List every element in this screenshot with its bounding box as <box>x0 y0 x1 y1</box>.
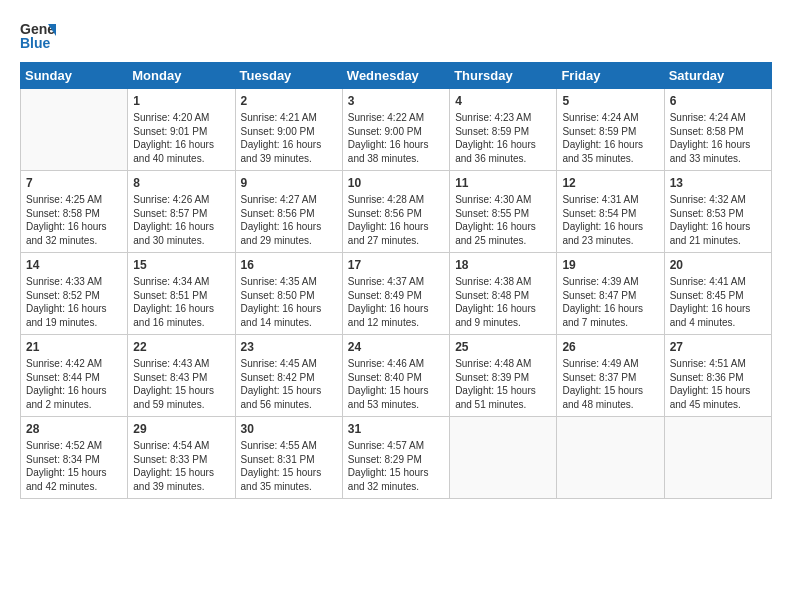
calendar-cell: 22Sunrise: 4:43 AM Sunset: 8:43 PM Dayli… <box>128 335 235 417</box>
day-number: 25 <box>455 339 551 355</box>
calendar-cell: 12Sunrise: 4:31 AM Sunset: 8:54 PM Dayli… <box>557 171 664 253</box>
day-number: 7 <box>26 175 122 191</box>
day-info: Sunrise: 4:20 AM Sunset: 9:01 PM Dayligh… <box>133 111 229 165</box>
day-number: 30 <box>241 421 337 437</box>
calendar-cell: 31Sunrise: 4:57 AM Sunset: 8:29 PM Dayli… <box>342 417 449 499</box>
calendar-week-row: 28Sunrise: 4:52 AM Sunset: 8:34 PM Dayli… <box>21 417 772 499</box>
day-info: Sunrise: 4:31 AM Sunset: 8:54 PM Dayligh… <box>562 193 658 247</box>
calendar-cell <box>450 417 557 499</box>
calendar-cell: 11Sunrise: 4:30 AM Sunset: 8:55 PM Dayli… <box>450 171 557 253</box>
day-number: 17 <box>348 257 444 273</box>
day-info: Sunrise: 4:25 AM Sunset: 8:58 PM Dayligh… <box>26 193 122 247</box>
calendar-cell: 1Sunrise: 4:20 AM Sunset: 9:01 PM Daylig… <box>128 89 235 171</box>
day-number: 23 <box>241 339 337 355</box>
day-info: Sunrise: 4:42 AM Sunset: 8:44 PM Dayligh… <box>26 357 122 411</box>
day-number: 10 <box>348 175 444 191</box>
calendar-cell: 25Sunrise: 4:48 AM Sunset: 8:39 PM Dayli… <box>450 335 557 417</box>
day-number: 24 <box>348 339 444 355</box>
day-info: Sunrise: 4:26 AM Sunset: 8:57 PM Dayligh… <box>133 193 229 247</box>
calendar-cell <box>664 417 771 499</box>
day-number: 1 <box>133 93 229 109</box>
day-number: 29 <box>133 421 229 437</box>
day-number: 28 <box>26 421 122 437</box>
calendar-cell: 15Sunrise: 4:34 AM Sunset: 8:51 PM Dayli… <box>128 253 235 335</box>
day-info: Sunrise: 4:43 AM Sunset: 8:43 PM Dayligh… <box>133 357 229 411</box>
calendar-cell: 9Sunrise: 4:27 AM Sunset: 8:56 PM Daylig… <box>235 171 342 253</box>
calendar-cell: 2Sunrise: 4:21 AM Sunset: 9:00 PM Daylig… <box>235 89 342 171</box>
day-number: 21 <box>26 339 122 355</box>
day-number: 22 <box>133 339 229 355</box>
calendar-cell <box>557 417 664 499</box>
day-info: Sunrise: 4:37 AM Sunset: 8:49 PM Dayligh… <box>348 275 444 329</box>
day-info: Sunrise: 4:39 AM Sunset: 8:47 PM Dayligh… <box>562 275 658 329</box>
calendar-week-row: 1Sunrise: 4:20 AM Sunset: 9:01 PM Daylig… <box>21 89 772 171</box>
calendar-cell: 26Sunrise: 4:49 AM Sunset: 8:37 PM Dayli… <box>557 335 664 417</box>
day-number: 2 <box>241 93 337 109</box>
calendar-cell: 13Sunrise: 4:32 AM Sunset: 8:53 PM Dayli… <box>664 171 771 253</box>
logo: General Blue <box>20 16 62 52</box>
calendar-week-row: 21Sunrise: 4:42 AM Sunset: 8:44 PM Dayli… <box>21 335 772 417</box>
calendar-table: SundayMondayTuesdayWednesdayThursdayFrid… <box>20 62 772 499</box>
calendar-cell: 6Sunrise: 4:24 AM Sunset: 8:58 PM Daylig… <box>664 89 771 171</box>
calendar-cell: 8Sunrise: 4:26 AM Sunset: 8:57 PM Daylig… <box>128 171 235 253</box>
day-number: 12 <box>562 175 658 191</box>
weekday-header-saturday: Saturday <box>664 63 771 89</box>
day-info: Sunrise: 4:35 AM Sunset: 8:50 PM Dayligh… <box>241 275 337 329</box>
calendar-week-row: 7Sunrise: 4:25 AM Sunset: 8:58 PM Daylig… <box>21 171 772 253</box>
day-number: 16 <box>241 257 337 273</box>
calendar-cell: 17Sunrise: 4:37 AM Sunset: 8:49 PM Dayli… <box>342 253 449 335</box>
logo-icon: General Blue <box>20 16 56 52</box>
calendar-header-row: SundayMondayTuesdayWednesdayThursdayFrid… <box>21 63 772 89</box>
weekday-header-tuesday: Tuesday <box>235 63 342 89</box>
calendar-cell: 23Sunrise: 4:45 AM Sunset: 8:42 PM Dayli… <box>235 335 342 417</box>
calendar-cell: 7Sunrise: 4:25 AM Sunset: 8:58 PM Daylig… <box>21 171 128 253</box>
day-info: Sunrise: 4:21 AM Sunset: 9:00 PM Dayligh… <box>241 111 337 165</box>
day-info: Sunrise: 4:22 AM Sunset: 9:00 PM Dayligh… <box>348 111 444 165</box>
day-number: 11 <box>455 175 551 191</box>
day-info: Sunrise: 4:52 AM Sunset: 8:34 PM Dayligh… <box>26 439 122 493</box>
weekday-header-wednesday: Wednesday <box>342 63 449 89</box>
day-number: 3 <box>348 93 444 109</box>
day-number: 13 <box>670 175 766 191</box>
day-info: Sunrise: 4:34 AM Sunset: 8:51 PM Dayligh… <box>133 275 229 329</box>
day-number: 6 <box>670 93 766 109</box>
calendar-cell: 14Sunrise: 4:33 AM Sunset: 8:52 PM Dayli… <box>21 253 128 335</box>
day-info: Sunrise: 4:48 AM Sunset: 8:39 PM Dayligh… <box>455 357 551 411</box>
weekday-header-thursday: Thursday <box>450 63 557 89</box>
svg-text:Blue: Blue <box>20 35 51 51</box>
day-info: Sunrise: 4:24 AM Sunset: 8:59 PM Dayligh… <box>562 111 658 165</box>
day-info: Sunrise: 4:33 AM Sunset: 8:52 PM Dayligh… <box>26 275 122 329</box>
calendar-week-row: 14Sunrise: 4:33 AM Sunset: 8:52 PM Dayli… <box>21 253 772 335</box>
day-number: 15 <box>133 257 229 273</box>
day-info: Sunrise: 4:41 AM Sunset: 8:45 PM Dayligh… <box>670 275 766 329</box>
calendar-cell: 3Sunrise: 4:22 AM Sunset: 9:00 PM Daylig… <box>342 89 449 171</box>
day-info: Sunrise: 4:23 AM Sunset: 8:59 PM Dayligh… <box>455 111 551 165</box>
weekday-header-monday: Monday <box>128 63 235 89</box>
calendar-cell: 24Sunrise: 4:46 AM Sunset: 8:40 PM Dayli… <box>342 335 449 417</box>
day-number: 19 <box>562 257 658 273</box>
calendar-cell: 30Sunrise: 4:55 AM Sunset: 8:31 PM Dayli… <box>235 417 342 499</box>
day-number: 26 <box>562 339 658 355</box>
calendar-cell: 18Sunrise: 4:38 AM Sunset: 8:48 PM Dayli… <box>450 253 557 335</box>
day-number: 27 <box>670 339 766 355</box>
calendar-cell: 16Sunrise: 4:35 AM Sunset: 8:50 PM Dayli… <box>235 253 342 335</box>
day-number: 18 <box>455 257 551 273</box>
day-number: 14 <box>26 257 122 273</box>
day-info: Sunrise: 4:54 AM Sunset: 8:33 PM Dayligh… <box>133 439 229 493</box>
day-info: Sunrise: 4:46 AM Sunset: 8:40 PM Dayligh… <box>348 357 444 411</box>
calendar-cell: 5Sunrise: 4:24 AM Sunset: 8:59 PM Daylig… <box>557 89 664 171</box>
day-number: 9 <box>241 175 337 191</box>
calendar-cell: 20Sunrise: 4:41 AM Sunset: 8:45 PM Dayli… <box>664 253 771 335</box>
day-info: Sunrise: 4:24 AM Sunset: 8:58 PM Dayligh… <box>670 111 766 165</box>
weekday-header-sunday: Sunday <box>21 63 128 89</box>
page: General Blue SundayMondayTuesdayWednesda… <box>0 0 792 612</box>
weekday-header-friday: Friday <box>557 63 664 89</box>
day-number: 8 <box>133 175 229 191</box>
day-info: Sunrise: 4:27 AM Sunset: 8:56 PM Dayligh… <box>241 193 337 247</box>
day-number: 20 <box>670 257 766 273</box>
calendar-cell: 27Sunrise: 4:51 AM Sunset: 8:36 PM Dayli… <box>664 335 771 417</box>
calendar-cell: 4Sunrise: 4:23 AM Sunset: 8:59 PM Daylig… <box>450 89 557 171</box>
day-info: Sunrise: 4:55 AM Sunset: 8:31 PM Dayligh… <box>241 439 337 493</box>
day-info: Sunrise: 4:28 AM Sunset: 8:56 PM Dayligh… <box>348 193 444 247</box>
day-info: Sunrise: 4:38 AM Sunset: 8:48 PM Dayligh… <box>455 275 551 329</box>
